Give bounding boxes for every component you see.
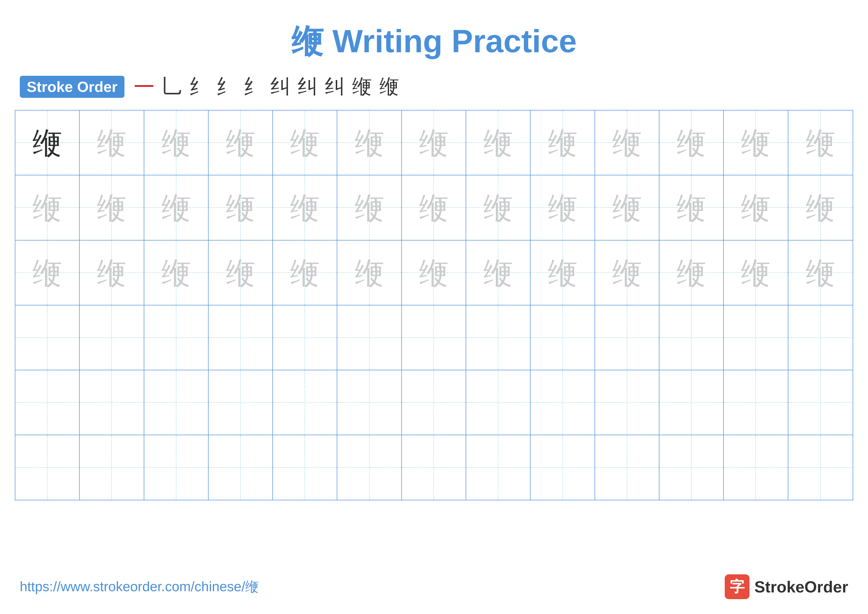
grid-cell-5-10[interactable]: [595, 370, 659, 435]
char-light: 缏: [483, 258, 513, 288]
grid-cell-3-11: 缏: [659, 241, 724, 305]
char-light: 缏: [676, 258, 706, 288]
grid-cell-5-2[interactable]: [80, 370, 144, 435]
grid-cell-6-8[interactable]: [466, 435, 530, 500]
logo-text: StrokeOrder: [755, 578, 848, 596]
char-light: 缏: [741, 193, 770, 222]
grid-cell-6-9[interactable]: [530, 435, 595, 500]
stroke-step-6: 纠: [270, 73, 290, 100]
stroke-order-badge: Stroke Order: [20, 76, 124, 98]
grid-row-1: 缏 缏 缏 缏 缏 缏 缏 缏 缏 缏 缏 缏: [16, 110, 852, 176]
grid-cell-1-6: 缏: [337, 110, 401, 175]
grid-cell-5-6[interactable]: [337, 370, 401, 435]
grid-cell-1-3: 缏: [144, 110, 209, 175]
char-light: 缏: [548, 258, 578, 288]
grid-cell-6-4[interactable]: [209, 435, 273, 500]
grid-row-5: [16, 370, 852, 435]
stroke-step-1: ㇐: [134, 73, 154, 100]
grid-cell-6-2[interactable]: [80, 435, 144, 500]
char-light: 缏: [226, 128, 255, 157]
grid-cell-4-8[interactable]: [466, 305, 530, 370]
grid-cell-2-5: 缏: [273, 176, 337, 240]
grid-cell-2-10: 缏: [595, 176, 659, 240]
footer-url: https://www.strokeorder.com/chinese/缏: [20, 578, 259, 596]
grid-cell-3-9: 缏: [530, 241, 595, 305]
grid-cell-6-13[interactable]: [788, 435, 852, 500]
grid-cell-1-7: 缏: [402, 110, 466, 175]
grid-cell-4-9[interactable]: [530, 305, 595, 370]
char-light: 缏: [355, 258, 384, 288]
grid-cell-5-8[interactable]: [466, 370, 530, 435]
char-light: 缏: [676, 193, 706, 222]
grid-cell-2-8: 缏: [466, 176, 530, 240]
grid-cell-4-6[interactable]: [337, 305, 401, 370]
grid-cell-4-2[interactable]: [80, 305, 144, 370]
grid-cell-4-4[interactable]: [209, 305, 273, 370]
grid-cell-6-5[interactable]: [273, 435, 337, 500]
grid-cell-4-5[interactable]: [273, 305, 337, 370]
grid-cell-1-5: 缏: [273, 110, 337, 175]
char-light: 缏: [806, 128, 835, 157]
stroke-step-7: 纠: [298, 73, 318, 100]
grid-cell-6-11[interactable]: [659, 435, 724, 500]
grid-cell-5-7[interactable]: [402, 370, 466, 435]
grid-cell-6-10[interactable]: [595, 435, 659, 500]
char-dark: 缏: [33, 128, 62, 157]
grid-cell-4-13[interactable]: [788, 305, 852, 370]
grid-cell-3-12: 缏: [724, 241, 788, 305]
grid-cell-3-13: 缏: [788, 241, 852, 305]
title-text: 缏 Writing Practice: [291, 23, 577, 59]
grid-cell-2-6: 缏: [337, 176, 401, 240]
char-light: 缏: [548, 128, 578, 157]
grid-cell-6-12[interactable]: [724, 435, 788, 500]
grid-row-6: [16, 435, 852, 500]
char-light: 缏: [161, 193, 191, 222]
char-light: 缏: [355, 193, 384, 222]
grid-cell-2-11: 缏: [659, 176, 724, 240]
stroke-step-8: 纠: [325, 73, 345, 100]
grid-cell-3-5: 缏: [273, 241, 337, 305]
grid-cell-2-3: 缏: [144, 176, 209, 240]
char-light: 缏: [419, 193, 449, 222]
grid-cell-3-7: 缏: [402, 241, 466, 305]
grid-cell-5-5[interactable]: [273, 370, 337, 435]
grid-cell-3-3: 缏: [144, 241, 209, 305]
char-light: 缏: [676, 128, 706, 157]
grid-cell-3-1: 缏: [16, 241, 80, 305]
grid-cell-6-3[interactable]: [144, 435, 209, 500]
grid-cell-1-4: 缏: [209, 110, 273, 175]
grid-cell-1-10: 缏: [595, 110, 659, 175]
char-light: 缏: [226, 193, 255, 222]
stroke-step-3: 纟: [189, 73, 209, 100]
char-light: 缏: [741, 258, 770, 288]
grid-cell-5-1[interactable]: [16, 370, 80, 435]
char-light: 缏: [97, 258, 126, 288]
grid-cell-3-2: 缏: [80, 241, 144, 305]
grid-cell-4-7[interactable]: [402, 305, 466, 370]
grid-cell-5-13[interactable]: [788, 370, 852, 435]
grid-cell-5-11[interactable]: [659, 370, 724, 435]
grid-cell-5-12[interactable]: [724, 370, 788, 435]
char-light: 缏: [226, 258, 255, 288]
grid-cell-4-3[interactable]: [144, 305, 209, 370]
grid-cell-5-9[interactable]: [530, 370, 595, 435]
char-light: 缏: [161, 128, 191, 157]
grid-cell-4-12[interactable]: [724, 305, 788, 370]
grid-cell-6-1[interactable]: [16, 435, 80, 500]
grid-cell-6-6[interactable]: [337, 435, 401, 500]
char-light: 缏: [612, 193, 642, 222]
grid-cell-2-9: 缏: [530, 176, 595, 240]
grid-cell-5-4[interactable]: [209, 370, 273, 435]
grid-cell-3-10: 缏: [595, 241, 659, 305]
stroke-step-4: 纟: [216, 73, 236, 100]
grid-cell-5-3[interactable]: [144, 370, 209, 435]
grid-cell-4-10[interactable]: [595, 305, 659, 370]
char-light: 缏: [290, 258, 320, 288]
char-light: 缏: [419, 258, 449, 288]
grid-cell-4-11[interactable]: [659, 305, 724, 370]
char-light: 缏: [97, 193, 126, 222]
char-light: 缏: [290, 193, 320, 222]
grid-cell-1-1: 缏: [16, 110, 80, 175]
grid-cell-6-7[interactable]: [402, 435, 466, 500]
grid-cell-4-1[interactable]: [16, 305, 80, 370]
